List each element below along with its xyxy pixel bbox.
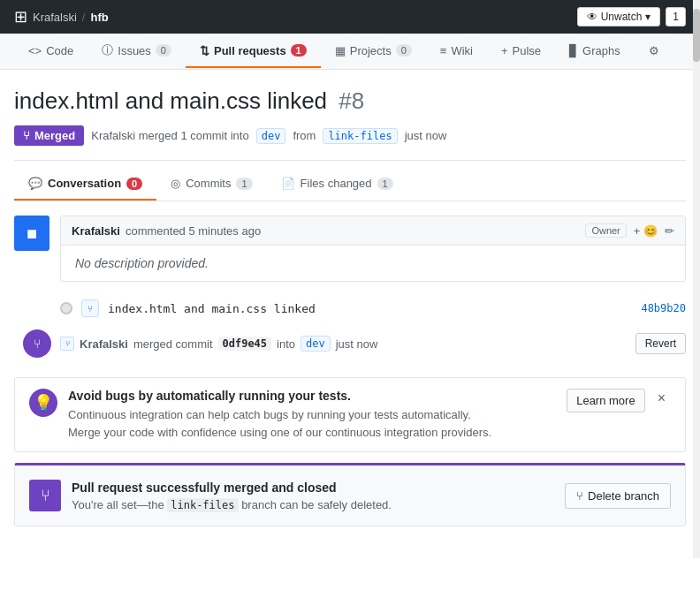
pr-tabs: 💬 Conversation 0 ◎ Commits 1 📄 Files cha… bbox=[14, 168, 686, 201]
settings-icon: ⚙ bbox=[649, 44, 659, 57]
scrollbar-thumb[interactable] bbox=[693, 9, 700, 62]
merge-success-title: Pull request successfully merged and clo… bbox=[72, 481, 554, 495]
commits-icon: ◎ bbox=[171, 177, 180, 190]
pr-conversation-content: ■ Krafalski commented 5 minutes ago Owne… bbox=[14, 201, 686, 541]
unwatch-count: 1 bbox=[666, 7, 686, 26]
nav-issues[interactable]: ⓘ Issues 0 bbox=[88, 34, 186, 69]
merge-avatar: ⑂ bbox=[23, 329, 51, 358]
github-logo-icon: ⊞ bbox=[14, 7, 27, 26]
comment-author[interactable]: Krafalski bbox=[72, 224, 120, 238]
topbar-slash: / bbox=[82, 11, 86, 24]
source-branch[interactable]: link-files bbox=[323, 128, 397, 144]
merge-user-icon: ⑂ bbox=[60, 337, 74, 351]
revert-button[interactable]: Revert bbox=[635, 333, 686, 354]
tab-files-changed[interactable]: 📄 Files changed 1 bbox=[267, 168, 407, 201]
nav-settings[interactable]: ⚙ bbox=[635, 35, 673, 68]
pr-meta: ⑂ Merged Krafalski merged 1 commit into … bbox=[14, 125, 686, 146]
merge-commit-sha[interactable]: 0df9e45 bbox=[218, 337, 272, 351]
merge-event: ⑂ ⑂ Krafalski merged commit 0df9e45 into… bbox=[14, 321, 686, 367]
merge-success-icon: ⑂ bbox=[29, 480, 61, 511]
nav-wiki[interactable]: ≡ Wiki bbox=[426, 35, 487, 68]
ci-icon: 💡 bbox=[29, 389, 57, 417]
commit-small-icon: ⑂ bbox=[81, 299, 99, 317]
scrollbar[interactable] bbox=[693, 0, 700, 558]
nav-pull-requests[interactable]: ⇅ Pull requests 1 bbox=[186, 35, 321, 68]
timeline-dot-icon bbox=[60, 302, 72, 314]
merge-icon: ⑂ bbox=[23, 129, 30, 142]
owner-badge: Owner bbox=[585, 223, 626, 238]
pr-icon: ⇅ bbox=[200, 44, 209, 57]
merge-success-desc-prefix: You're all set—the bbox=[72, 498, 164, 511]
merged-badge: ⑂ Merged bbox=[14, 125, 84, 146]
code-icon: <> bbox=[28, 44, 42, 57]
ci-desc2: Merge your code with confidence using on… bbox=[68, 426, 491, 439]
target-branch[interactable]: dev bbox=[256, 128, 286, 144]
topbar-user[interactable]: Krafalski bbox=[33, 11, 77, 24]
unwatch-label: Unwatch bbox=[601, 11, 643, 23]
merge-action: merged commit bbox=[133, 337, 213, 351]
merge-success-desc-suffix: branch can be safely deleted. bbox=[241, 498, 392, 511]
merge-success-banner: ⑂ Pull request successfully merged and c… bbox=[14, 463, 686, 526]
nav-code[interactable]: <> Code bbox=[14, 35, 88, 68]
graphs-icon: ▊ bbox=[569, 44, 578, 57]
repo-nav: <> Code ⓘ Issues 0 ⇅ Pull requests 1 ▦ P… bbox=[0, 34, 700, 70]
delete-icon: ⑂ bbox=[576, 489, 583, 503]
commit-timeline-item: ⑂ index.html and main.css linked 48b9b20 bbox=[14, 296, 686, 321]
ci-desc1: Continuous integration can help catch bu… bbox=[68, 408, 471, 421]
chevron-down-icon: ▾ bbox=[645, 11, 651, 23]
nav-graphs[interactable]: ▊ Graphs bbox=[555, 35, 635, 68]
close-ci-banner-button[interactable]: × bbox=[652, 389, 671, 408]
tab-conversation[interactable]: 💬 Conversation 0 bbox=[14, 168, 156, 201]
commit-message: index.html and main.css linked bbox=[108, 302, 316, 315]
deleted-branch-tag: link-files bbox=[167, 498, 238, 512]
conversation-icon: 💬 bbox=[28, 177, 42, 190]
comment-text: No description provided. bbox=[61, 246, 685, 281]
comment-block: ■ Krafalski commented 5 minutes ago Owne… bbox=[14, 216, 686, 282]
edit-button[interactable]: ✏ bbox=[665, 224, 674, 238]
comment-time: commented 5 minutes ago bbox=[126, 224, 261, 238]
pr-title: index.html and main.css linked #8 bbox=[14, 87, 686, 115]
files-icon: 📄 bbox=[281, 177, 295, 190]
commit-sha[interactable]: 48b9b20 bbox=[641, 302, 686, 314]
comment-body: Krafalski commented 5 minutes ago Owner … bbox=[60, 216, 686, 282]
ci-banner: 💡 Avoid bugs by automatically running yo… bbox=[14, 377, 686, 452]
comment-header: Krafalski commented 5 minutes ago Owner … bbox=[61, 216, 685, 246]
nav-projects[interactable]: ▦ Projects 0 bbox=[321, 35, 426, 68]
main-content: index.html and main.css linked #8 ⑂ Merg… bbox=[0, 70, 700, 558]
topbar-repo[interactable]: hfb bbox=[90, 11, 108, 24]
issue-icon: ⓘ bbox=[102, 42, 113, 58]
delete-branch-button[interactable]: ⑂ Delete branch bbox=[565, 483, 671, 509]
projects-icon: ▦ bbox=[335, 44, 346, 57]
learn-more-button[interactable]: Learn more bbox=[567, 389, 644, 412]
emoji-button[interactable]: + 😊 bbox=[634, 224, 658, 238]
unwatch-button[interactable]: 👁 Unwatch ▾ bbox=[577, 7, 661, 26]
ci-title: Avoid bugs by automatically running your… bbox=[68, 389, 556, 403]
nav-pulse[interactable]: + Pulse bbox=[487, 35, 555, 68]
merge-author[interactable]: Krafalski bbox=[80, 337, 128, 351]
tab-commits[interactable]: ◎ Commits 1 bbox=[156, 168, 266, 201]
pulse-icon: + bbox=[501, 44, 508, 57]
eye-icon: 👁 bbox=[587, 11, 597, 23]
avatar: ■ bbox=[14, 216, 49, 251]
wiki-icon: ≡ bbox=[440, 44, 447, 57]
merge-target-branch[interactable]: dev bbox=[301, 336, 331, 352]
